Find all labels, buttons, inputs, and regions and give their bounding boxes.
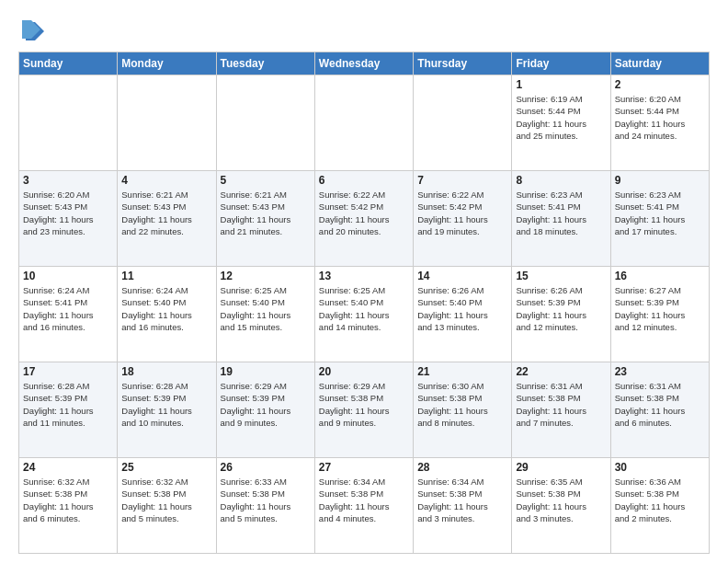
calendar-cell: 9Sunrise: 6:23 AM Sunset: 5:41 PM Daylig… (610, 171, 709, 267)
day-number: 29 (516, 461, 606, 474)
calendar-cell: 12Sunrise: 6:25 AM Sunset: 5:40 PM Dayli… (216, 267, 314, 362)
day-info: Sunrise: 6:25 AM Sunset: 5:40 PM Dayligh… (221, 284, 311, 333)
day-info: Sunrise: 6:19 AM Sunset: 5:44 PM Dayligh… (516, 93, 606, 142)
calendar-cell: 26Sunrise: 6:33 AM Sunset: 5:38 PM Dayli… (216, 458, 314, 554)
day-number: 19 (221, 365, 311, 378)
calendar-cell (216, 75, 314, 171)
calendar-cell (19, 75, 118, 171)
calendar-cell: 11Sunrise: 6:24 AM Sunset: 5:40 PM Dayli… (118, 267, 216, 362)
calendar-cell: 22Sunrise: 6:31 AM Sunset: 5:38 PM Dayli… (512, 362, 610, 458)
calendar-cell: 18Sunrise: 6:28 AM Sunset: 5:39 PM Dayli… (118, 362, 216, 458)
calendar-cell: 17Sunrise: 6:28 AM Sunset: 5:39 PM Dayli… (19, 362, 118, 458)
day-info: Sunrise: 6:23 AM Sunset: 5:41 PM Dayligh… (615, 189, 705, 237)
day-info: Sunrise: 6:23 AM Sunset: 5:41 PM Dayligh… (516, 189, 606, 237)
day-info: Sunrise: 6:29 AM Sunset: 5:39 PM Dayligh… (221, 380, 311, 429)
day-info: Sunrise: 6:29 AM Sunset: 5:38 PM Dayligh… (319, 380, 409, 429)
calendar-cell (118, 75, 216, 171)
day-number: 8 (516, 174, 606, 187)
day-info: Sunrise: 6:34 AM Sunset: 5:38 PM Dayligh… (417, 476, 507, 524)
calendar-week-row: 3Sunrise: 6:20 AM Sunset: 5:43 PM Daylig… (19, 171, 710, 267)
calendar-header-row: SundayMondayTuesdayWednesdayThursdayFrid… (19, 52, 710, 75)
calendar-cell: 8Sunrise: 6:23 AM Sunset: 5:41 PM Daylig… (512, 171, 610, 267)
day-number: 11 (121, 270, 211, 282)
day-number: 27 (319, 461, 409, 474)
calendar-cell: 10Sunrise: 6:24 AM Sunset: 5:41 PM Dayli… (19, 267, 118, 362)
day-number: 6 (319, 174, 409, 187)
calendar-day-header: Monday (118, 52, 216, 75)
day-number: 16 (615, 270, 705, 282)
page: SundayMondayTuesdayWednesdayThursdayFrid… (0, 0, 728, 563)
day-number: 5 (221, 174, 311, 187)
day-number: 3 (23, 174, 113, 187)
calendar-day-header: Friday (512, 52, 610, 75)
day-info: Sunrise: 6:20 AM Sunset: 5:43 PM Dayligh… (23, 189, 113, 237)
calendar-cell: 16Sunrise: 6:27 AM Sunset: 5:39 PM Dayli… (610, 267, 709, 362)
day-info: Sunrise: 6:28 AM Sunset: 5:39 PM Dayligh… (121, 380, 211, 429)
calendar-cell: 28Sunrise: 6:34 AM Sunset: 5:38 PM Dayli… (414, 458, 512, 554)
calendar-week-row: 1Sunrise: 6:19 AM Sunset: 5:44 PM Daylig… (19, 75, 710, 171)
calendar-cell: 21Sunrise: 6:30 AM Sunset: 5:38 PM Dayli… (414, 362, 512, 458)
day-info: Sunrise: 6:21 AM Sunset: 5:43 PM Dayligh… (221, 189, 311, 237)
calendar-cell: 5Sunrise: 6:21 AM Sunset: 5:43 PM Daylig… (216, 171, 314, 267)
day-number: 23 (615, 365, 705, 378)
day-info: Sunrise: 6:32 AM Sunset: 5:38 PM Dayligh… (23, 476, 113, 524)
day-number: 17 (23, 365, 113, 378)
calendar-cell: 14Sunrise: 6:26 AM Sunset: 5:40 PM Dayli… (414, 267, 512, 362)
calendar-cell: 2Sunrise: 6:20 AM Sunset: 5:44 PM Daylig… (610, 75, 709, 171)
day-info: Sunrise: 6:21 AM Sunset: 5:43 PM Dayligh… (121, 189, 211, 237)
day-info: Sunrise: 6:30 AM Sunset: 5:38 PM Dayligh… (417, 380, 507, 429)
calendar-cell: 24Sunrise: 6:32 AM Sunset: 5:38 PM Dayli… (19, 458, 118, 554)
day-number: 30 (615, 461, 705, 474)
calendar-cell: 15Sunrise: 6:26 AM Sunset: 5:39 PM Dayli… (512, 267, 610, 362)
calendar-cell: 25Sunrise: 6:32 AM Sunset: 5:38 PM Dayli… (118, 458, 216, 554)
calendar-day-header: Thursday (414, 52, 512, 75)
day-number: 20 (319, 365, 409, 378)
day-number: 2 (615, 78, 705, 91)
day-info: Sunrise: 6:24 AM Sunset: 5:40 PM Dayligh… (121, 284, 211, 333)
day-info: Sunrise: 6:25 AM Sunset: 5:40 PM Dayligh… (319, 284, 409, 333)
calendar-cell: 4Sunrise: 6:21 AM Sunset: 5:43 PM Daylig… (118, 171, 216, 267)
calendar-table: SundayMondayTuesdayWednesdayThursdayFrid… (18, 52, 710, 554)
day-number: 9 (615, 174, 705, 187)
day-number: 25 (121, 461, 211, 474)
day-number: 24 (23, 461, 113, 474)
calendar-cell: 20Sunrise: 6:29 AM Sunset: 5:38 PM Dayli… (314, 362, 413, 458)
day-info: Sunrise: 6:22 AM Sunset: 5:42 PM Dayligh… (417, 189, 507, 237)
day-info: Sunrise: 6:27 AM Sunset: 5:39 PM Dayligh… (615, 284, 705, 333)
calendar-day-header: Sunday (19, 52, 118, 75)
calendar-cell: 13Sunrise: 6:25 AM Sunset: 5:40 PM Dayli… (314, 267, 413, 362)
day-number: 1 (516, 78, 606, 91)
day-number: 7 (417, 174, 507, 187)
calendar-cell: 19Sunrise: 6:29 AM Sunset: 5:39 PM Dayli… (216, 362, 314, 458)
day-info: Sunrise: 6:26 AM Sunset: 5:39 PM Dayligh… (516, 284, 606, 333)
day-number: 13 (319, 270, 409, 282)
calendar-cell: 27Sunrise: 6:34 AM Sunset: 5:38 PM Dayli… (314, 458, 413, 554)
calendar-cell: 23Sunrise: 6:31 AM Sunset: 5:38 PM Dayli… (610, 362, 709, 458)
calendar-week-row: 24Sunrise: 6:32 AM Sunset: 5:38 PM Dayli… (19, 458, 710, 554)
day-info: Sunrise: 6:31 AM Sunset: 5:38 PM Dayligh… (516, 380, 606, 429)
day-number: 4 (121, 174, 211, 187)
calendar-cell: 30Sunrise: 6:36 AM Sunset: 5:38 PM Dayli… (610, 458, 709, 554)
day-number: 26 (221, 461, 311, 474)
day-number: 22 (516, 365, 606, 378)
day-info: Sunrise: 6:34 AM Sunset: 5:38 PM Dayligh… (319, 476, 409, 524)
calendar-cell: 6Sunrise: 6:22 AM Sunset: 5:42 PM Daylig… (314, 171, 413, 267)
calendar-day-header: Wednesday (314, 52, 413, 75)
calendar-cell: 7Sunrise: 6:22 AM Sunset: 5:42 PM Daylig… (414, 171, 512, 267)
calendar-week-row: 17Sunrise: 6:28 AM Sunset: 5:39 PM Dayli… (19, 362, 710, 458)
logo-icon (18, 18, 44, 44)
day-number: 10 (23, 270, 113, 282)
calendar-cell: 29Sunrise: 6:35 AM Sunset: 5:38 PM Dayli… (512, 458, 610, 554)
day-number: 14 (417, 270, 507, 282)
calendar-cell (314, 75, 413, 171)
day-info: Sunrise: 6:35 AM Sunset: 5:38 PM Dayligh… (516, 476, 606, 524)
day-info: Sunrise: 6:33 AM Sunset: 5:38 PM Dayligh… (221, 476, 311, 524)
day-number: 15 (516, 270, 606, 282)
day-info: Sunrise: 6:20 AM Sunset: 5:44 PM Dayligh… (615, 93, 705, 142)
day-info: Sunrise: 6:28 AM Sunset: 5:39 PM Dayligh… (23, 380, 113, 429)
day-number: 21 (417, 365, 507, 378)
day-number: 18 (121, 365, 211, 378)
calendar-cell (414, 75, 512, 171)
day-number: 12 (221, 270, 311, 282)
header (18, 15, 710, 44)
